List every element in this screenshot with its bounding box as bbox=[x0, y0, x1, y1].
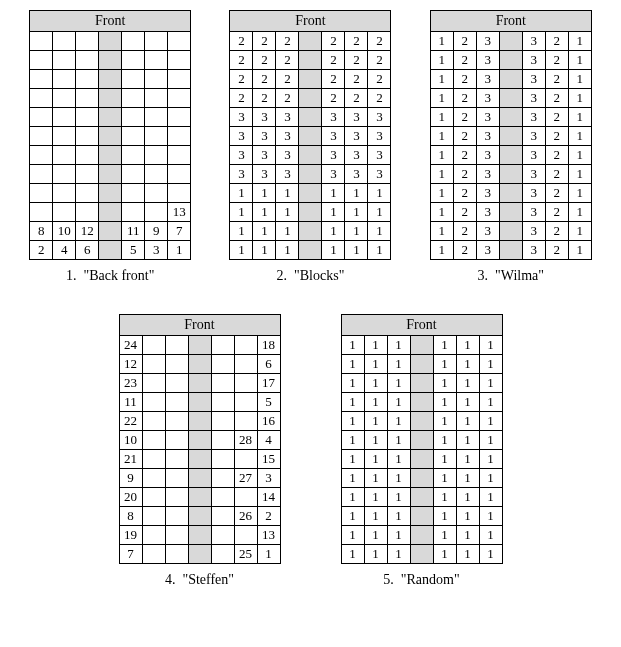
seat-cell: 1 bbox=[568, 108, 591, 127]
seat-cell: 1 bbox=[230, 241, 253, 260]
seat-cell: 3 bbox=[476, 165, 499, 184]
seat-cell: 1 bbox=[276, 203, 299, 222]
seat-cell: 2 bbox=[545, 165, 568, 184]
seat-cell: 3 bbox=[522, 146, 545, 165]
seat-cell: 19 bbox=[119, 526, 142, 545]
aisle-cell bbox=[499, 222, 522, 241]
seat-cell: 26 bbox=[234, 507, 257, 526]
seat-cell: 1 bbox=[479, 336, 502, 355]
seat-row: 111111 bbox=[341, 355, 502, 374]
seat-cell bbox=[145, 203, 168, 222]
aisle-cell bbox=[410, 431, 433, 450]
seat-cell: 1 bbox=[430, 70, 453, 89]
seat-row: 2014 bbox=[119, 488, 280, 507]
seat-cell bbox=[165, 393, 188, 412]
seat-cell: 1 bbox=[341, 374, 364, 393]
seat-cell bbox=[76, 146, 99, 165]
seat-cell: 1 bbox=[479, 526, 502, 545]
seat-cell: 1 bbox=[568, 51, 591, 70]
seat-cell: 2 bbox=[230, 89, 253, 108]
seat-cell: 17 bbox=[257, 374, 280, 393]
seat-cell: 2 bbox=[545, 203, 568, 222]
seat-cell: 1 bbox=[345, 222, 368, 241]
seat-cell: 1 bbox=[568, 241, 591, 260]
seat-cell bbox=[211, 374, 234, 393]
method-caption: 1. "Back front" bbox=[66, 268, 154, 284]
seat-cell: 1 bbox=[568, 70, 591, 89]
seat-cell bbox=[165, 412, 188, 431]
seat-cell bbox=[145, 127, 168, 146]
method-5: Front11111111111111111111111111111111111… bbox=[341, 314, 503, 588]
seat-cell bbox=[142, 450, 165, 469]
seat-cell: 1 bbox=[430, 89, 453, 108]
aisle-cell bbox=[410, 469, 433, 488]
seat-cell: 1 bbox=[345, 203, 368, 222]
seat-cell: 2 bbox=[345, 32, 368, 51]
seat-cell: 2 bbox=[345, 89, 368, 108]
seat-cell: 2 bbox=[545, 32, 568, 51]
aisle-cell bbox=[188, 431, 211, 450]
seat-cell: 1 bbox=[479, 355, 502, 374]
seat-cell: 1 bbox=[387, 374, 410, 393]
aisle-cell bbox=[499, 32, 522, 51]
seat-cell: 1 bbox=[253, 184, 276, 203]
seat-cell: 2 bbox=[368, 89, 391, 108]
seat-cell: 1 bbox=[341, 336, 364, 355]
seat-cell: 1 bbox=[479, 393, 502, 412]
aisle-cell bbox=[299, 108, 322, 127]
seat-row: 123321 bbox=[430, 89, 591, 108]
seat-cell: 2 bbox=[322, 70, 345, 89]
seat-cell: 3 bbox=[145, 241, 168, 260]
seat-cell: 1 bbox=[456, 431, 479, 450]
seat-cell bbox=[145, 70, 168, 89]
seat-cell bbox=[122, 146, 145, 165]
seat-row: 222222 bbox=[230, 70, 391, 89]
seat-cell bbox=[145, 32, 168, 51]
seat-cell: 1 bbox=[479, 507, 502, 526]
seat-row: 7251 bbox=[119, 545, 280, 564]
aisle-cell bbox=[410, 488, 433, 507]
seat-row: 10284 bbox=[119, 431, 280, 450]
seat-cell: 1 bbox=[479, 488, 502, 507]
seat-cell: 3 bbox=[345, 165, 368, 184]
seat-cell: 1 bbox=[168, 241, 191, 260]
seat-cell: 1 bbox=[479, 545, 502, 564]
seat-cell bbox=[122, 108, 145, 127]
seat-cell bbox=[165, 488, 188, 507]
aisle-cell bbox=[499, 241, 522, 260]
aisle-cell bbox=[99, 165, 122, 184]
seat-cell bbox=[76, 165, 99, 184]
seat-cell: 3 bbox=[257, 469, 280, 488]
method-3: Front12332112332112332112332112332112332… bbox=[430, 10, 592, 284]
aisle-cell bbox=[410, 507, 433, 526]
seat-row: 2216 bbox=[119, 412, 280, 431]
seat-cell bbox=[122, 89, 145, 108]
seat-cell: 1 bbox=[341, 507, 364, 526]
seat-cell: 3 bbox=[476, 241, 499, 260]
seat-cell: 1 bbox=[364, 469, 387, 488]
seat-cell: 10 bbox=[119, 431, 142, 450]
aisle-cell bbox=[410, 450, 433, 469]
seat-cell: 3 bbox=[476, 32, 499, 51]
seat-cell: 1 bbox=[456, 488, 479, 507]
seat-cell: 1 bbox=[568, 146, 591, 165]
seat-cell bbox=[142, 526, 165, 545]
seat-cell: 1 bbox=[456, 393, 479, 412]
seat-cell: 1 bbox=[341, 545, 364, 564]
seat-cell: 1 bbox=[456, 526, 479, 545]
seat-cell bbox=[76, 127, 99, 146]
seat-cell: 11 bbox=[119, 393, 142, 412]
seat-cell bbox=[234, 488, 257, 507]
aisle-cell bbox=[188, 469, 211, 488]
aisle-cell bbox=[99, 70, 122, 89]
seat-cell: 1 bbox=[253, 241, 276, 260]
seat-row: 123321 bbox=[430, 127, 591, 146]
aisle-cell bbox=[299, 203, 322, 222]
method-caption: 4. "Steffen" bbox=[165, 572, 234, 588]
seat-cell: 1 bbox=[257, 545, 280, 564]
seat-cell bbox=[142, 393, 165, 412]
seat-cell: 2 bbox=[253, 89, 276, 108]
seat-cell bbox=[211, 336, 234, 355]
seating-grid: Front13810121197246531 bbox=[29, 10, 191, 260]
seat-cell: 1 bbox=[341, 431, 364, 450]
